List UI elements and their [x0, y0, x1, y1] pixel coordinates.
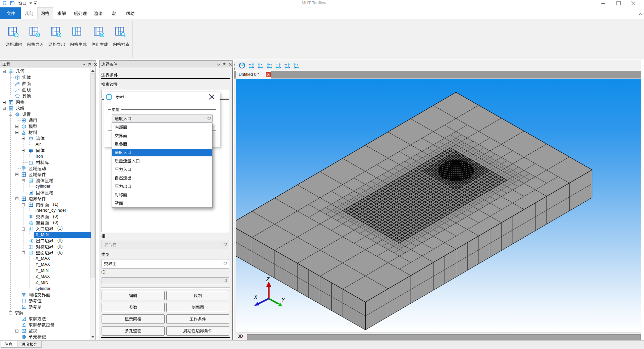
svg-text:-X: -X	[260, 63, 262, 66]
svg-text:+Z: +Z	[285, 63, 288, 66]
svg-text:-Z: -Z	[296, 63, 298, 66]
svg-text:-Y: -Y	[276, 63, 278, 66]
svg-text:+X: +X	[249, 63, 252, 66]
svg-text:+Y: +Y	[269, 63, 272, 66]
